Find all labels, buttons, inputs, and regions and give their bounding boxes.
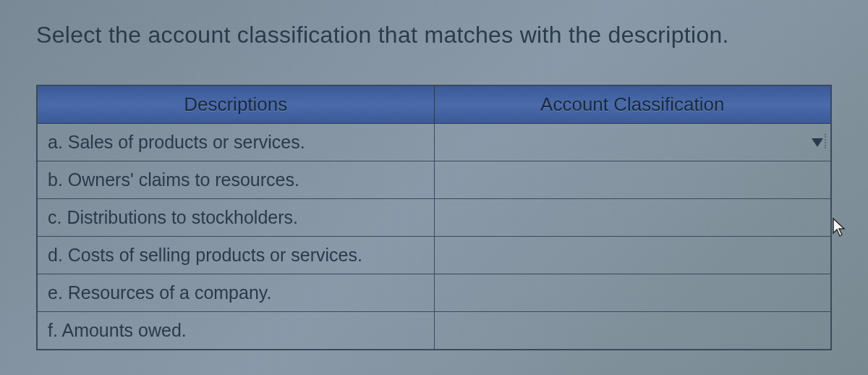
classification-dropdown-b[interactable]: [434, 161, 831, 199]
header-descriptions: Descriptions: [37, 85, 434, 124]
description-cell-d: d. Costs of selling products or services…: [37, 237, 434, 274]
classification-dropdown-c[interactable]: [434, 199, 831, 237]
cursor-icon: [832, 217, 846, 237]
table-row: c. Distributions to stockholders.: [37, 199, 831, 237]
description-cell-e: e. Resources of a company.: [37, 274, 434, 312]
classification-table-wrap: Descriptions Account Classification a. S…: [36, 85, 832, 350]
description-cell-a: a. Sales of products or services.: [37, 124, 434, 161]
classification-dropdown-f[interactable]: [434, 312, 831, 350]
classification-dropdown-e[interactable]: [434, 274, 831, 312]
chevron-down-icon: [812, 138, 823, 147]
classification-dropdown-d[interactable]: [434, 237, 831, 274]
description-cell-c: c. Distributions to stockholders.: [37, 199, 434, 237]
classification-dropdown-a[interactable]: [434, 124, 831, 161]
description-cell-f: f. Amounts owed.: [37, 312, 434, 350]
description-cell-b: b. Owners' claims to resources.: [37, 161, 434, 199]
classification-table: Descriptions Account Classification a. S…: [36, 85, 832, 350]
table-row: a. Sales of products or services.: [37, 124, 831, 161]
table-row: d. Costs of selling products or services…: [37, 237, 831, 274]
question-prompt: Select the account classification that m…: [29, 22, 839, 49]
table-row: b. Owners' claims to resources.: [37, 161, 831, 199]
header-classification: Account Classification: [434, 85, 831, 124]
table-row: f. Amounts owed.: [37, 312, 831, 350]
table-row: e. Resources of a company.: [37, 274, 831, 312]
